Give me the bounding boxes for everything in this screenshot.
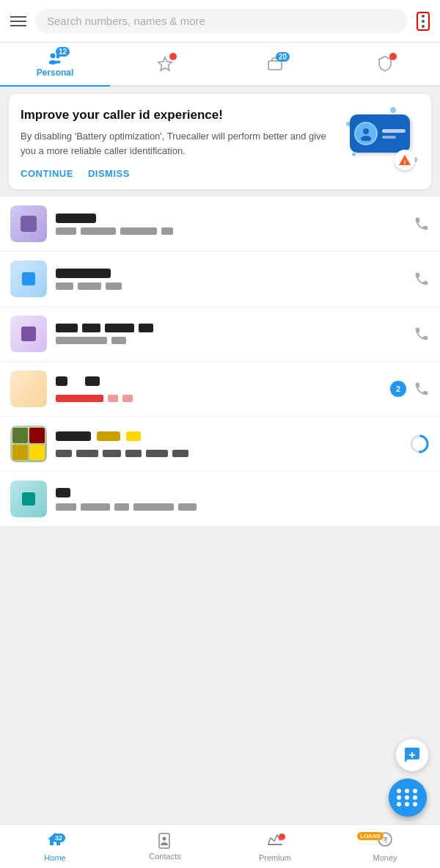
warning-icon: ! (398, 153, 411, 167)
avatar (10, 371, 47, 407)
sub-block (146, 450, 168, 457)
tab-business-icon-wrap: 20 (266, 55, 284, 73)
sub-block (114, 503, 129, 511)
illus-warning: ! (395, 150, 415, 170)
nav-premium-icon-wrap (266, 831, 284, 851)
call-icon[interactable] (414, 216, 430, 232)
spam-tab-badge (389, 53, 397, 60)
contact-info (56, 376, 381, 402)
sub-block (76, 450, 98, 457)
contact-name (56, 214, 96, 223)
contact-item[interactable]: 2 (0, 362, 440, 417)
contact-sub (56, 503, 421, 511)
sub-block (122, 395, 133, 402)
tab-spam[interactable] (330, 48, 440, 80)
sub-block (56, 395, 103, 402)
contact-actions (414, 326, 430, 342)
sub-block (81, 227, 116, 235)
avatar (10, 260, 47, 297)
contact-item[interactable] (0, 252, 440, 307)
avatar (10, 426, 47, 462)
call-icon[interactable] (414, 326, 430, 342)
sub-block (105, 324, 134, 332)
svg-point-15 (163, 837, 166, 841)
sub-block (111, 337, 126, 344)
more-dots-icon (422, 15, 425, 28)
contact-item[interactable] (0, 307, 440, 362)
illus-avatar-inner (356, 123, 376, 144)
chat-fab-button[interactable] (396, 739, 428, 771)
sub-block (78, 282, 101, 290)
contact-actions: 2 (390, 381, 430, 397)
tab-personal-icon-wrap: 12 (46, 50, 64, 68)
contact-sub (56, 450, 400, 457)
contact-name (97, 431, 120, 441)
sub-block (178, 503, 197, 511)
illus-id-card (350, 114, 410, 153)
search-placeholder: Search numbers, names & more (47, 15, 205, 27)
nav-home-label: Home (44, 853, 65, 862)
more-options-button[interactable] (417, 12, 430, 31)
contact-item[interactable] (0, 197, 440, 252)
sub-block (139, 324, 153, 332)
deco-star3 (352, 153, 356, 156)
illus-lines (382, 129, 406, 139)
contact-sub (56, 324, 405, 332)
contact-info (56, 488, 421, 511)
dismiss-button[interactable]: DISMISS (88, 168, 130, 179)
dialpad-fab-button[interactable] (389, 778, 427, 817)
personal-tab-badge: 12 (56, 47, 70, 56)
caller-id-illustration: ! (346, 107, 419, 173)
call-icon[interactable] (414, 271, 430, 287)
svg-point-7 (361, 136, 371, 141)
contact-name (85, 376, 100, 386)
contact-item[interactable] (0, 472, 440, 527)
svg-point-6 (363, 128, 369, 134)
banner-text: Improve your caller id experience! By di… (21, 107, 337, 179)
premium-badge (279, 834, 285, 840)
sub-block (56, 227, 76, 235)
sub-block (103, 450, 121, 457)
nav-item-contacts[interactable]: Contacts (110, 832, 220, 861)
top-bar: Search numbers, names & more (0, 0, 440, 43)
tab-personal-label: Personal (37, 68, 74, 78)
sub-block (56, 503, 76, 511)
contact-name (56, 269, 111, 278)
sub-block (56, 450, 72, 457)
tab-personal[interactable]: 12 Personal (0, 43, 110, 85)
nav-item-home[interactable]: 32 Home (0, 831, 110, 862)
contact-actions (409, 434, 430, 454)
svg-rect-14 (159, 834, 169, 848)
activity-indicator (409, 434, 430, 454)
contact-info (56, 324, 405, 344)
nav-money-icon-wrap: ₹ LOANS (376, 831, 394, 851)
contact-item[interactable] (0, 417, 440, 472)
svg-point-0 (51, 54, 56, 59)
call-icon[interactable] (414, 381, 430, 397)
tab-favorites-icon-wrap (156, 55, 174, 73)
search-bar[interactable]: Search numbers, names & more (35, 9, 408, 33)
hamburger-icon[interactable] (10, 16, 26, 26)
nav-item-money[interactable]: ₹ LOANS Money (330, 831, 440, 862)
contact-sub (56, 282, 405, 290)
illus-line1 (382, 129, 406, 133)
contact-actions (414, 271, 430, 287)
person-silhouette (359, 126, 373, 141)
continue-button[interactable]: CONTINUE (21, 168, 73, 179)
avatar (10, 481, 47, 517)
svg-rect-16 (268, 844, 282, 845)
sub-block (81, 503, 110, 511)
nav-item-premium[interactable]: Premium (220, 831, 330, 862)
contact-list: 2 (0, 197, 440, 527)
contact-info (56, 214, 405, 235)
nav-home-icon-wrap: 32 (46, 831, 64, 851)
business-tab-badge: 20 (276, 52, 290, 62)
tab-business[interactable]: 20 (220, 48, 330, 80)
contact-info (56, 431, 400, 457)
contact-sub (56, 227, 405, 235)
sub-block (161, 227, 173, 235)
tab-favorites[interactable] (110, 48, 220, 80)
contact-name (56, 488, 70, 497)
illus-line2 (382, 136, 396, 139)
dialpad-icon (397, 789, 419, 806)
